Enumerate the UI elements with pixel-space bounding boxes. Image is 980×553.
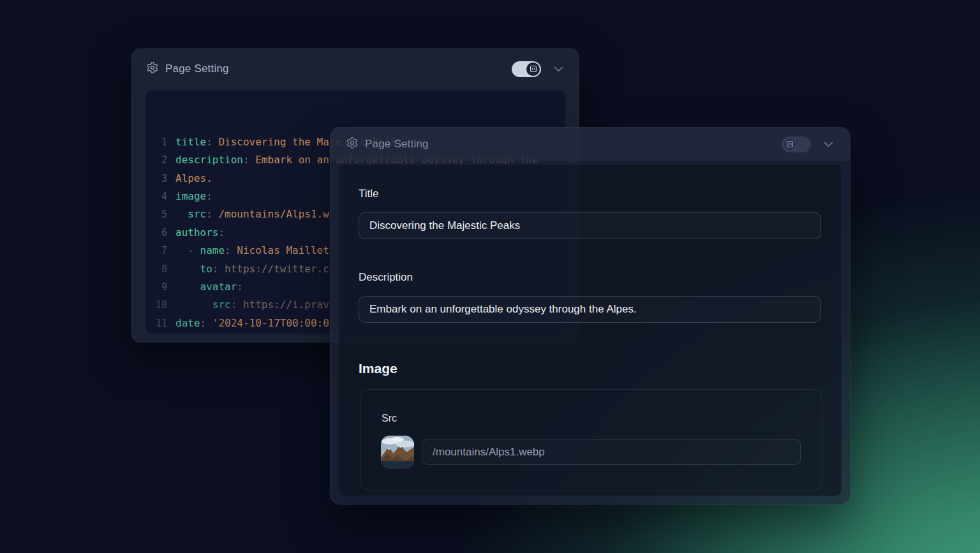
- title-input[interactable]: [359, 212, 821, 239]
- gear-icon: [346, 136, 359, 152]
- description-field-label: Description: [359, 271, 413, 284]
- form-panel-header: Page Setting: [330, 128, 850, 161]
- form-settings-panel: Page Setting Title Description: [330, 127, 850, 505]
- chevron-down-icon[interactable]: [822, 138, 835, 151]
- title-field-label: Title: [359, 188, 379, 200]
- code-square-icon: [526, 63, 540, 76]
- image-section-heading: Image: [359, 361, 397, 376]
- code-view-toggle[interactable]: [782, 136, 811, 152]
- gear-icon: [146, 61, 159, 77]
- image-section-card: Src: [360, 389, 822, 490]
- code-square-icon: [783, 138, 796, 151]
- panel-title: Page Setting: [165, 63, 229, 75]
- image-src-input[interactable]: [422, 439, 801, 465]
- image-thumbnail[interactable]: [381, 436, 414, 469]
- panel-title: Page Setting: [365, 138, 429, 151]
- page-background: Page Setting 1title: Discovering the Maj…: [0, 0, 980, 553]
- code-panel-header: Page Setting: [132, 49, 579, 89]
- src-field-label: Src: [382, 413, 397, 424]
- chevron-down-icon[interactable]: [553, 63, 565, 75]
- form-body-card: Title Description Image Src: [338, 164, 842, 496]
- description-input[interactable]: [359, 296, 821, 323]
- code-view-toggle[interactable]: [512, 61, 541, 77]
